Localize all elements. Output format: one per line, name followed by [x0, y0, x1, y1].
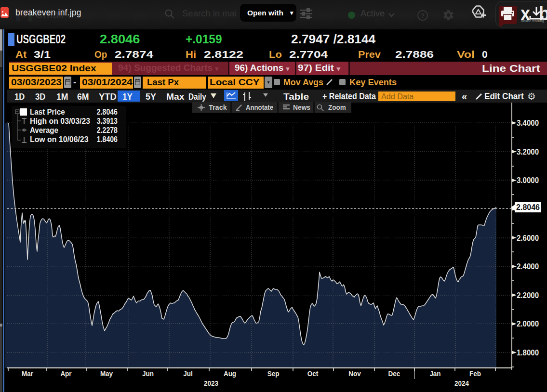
svg-text:?: ?: [421, 12, 425, 19]
